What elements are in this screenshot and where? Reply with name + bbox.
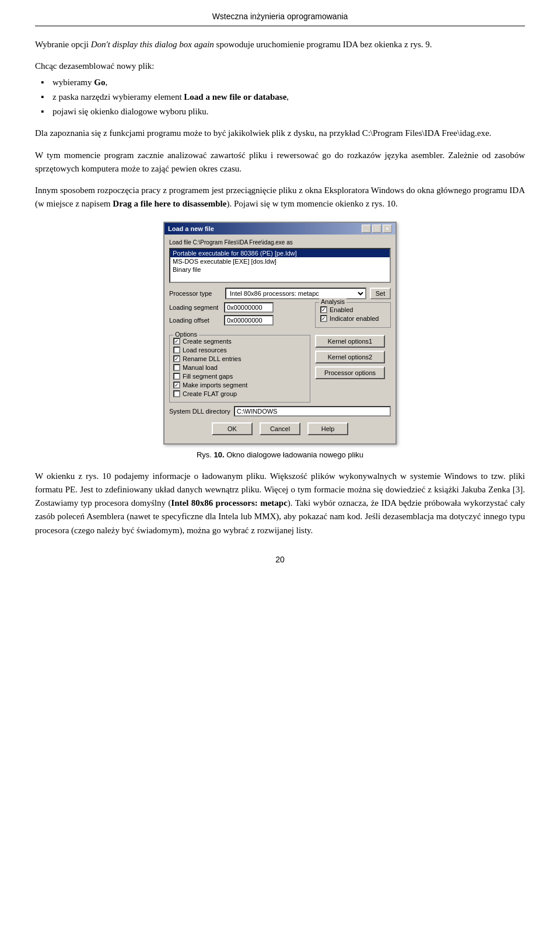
- file-type-list[interactable]: Portable executable for 80386 (PE) [pe.l…: [169, 248, 391, 283]
- paragraph-3: Dla zapoznania się z funkcjami programu …: [35, 127, 525, 140]
- analysis-enabled-label: Enabled: [330, 306, 353, 313]
- processor-type-dropdown[interactable]: Intel 80x86 processors: metapc: [225, 288, 366, 299]
- main-two-col: Loading segment Loading offset Analysis …: [169, 302, 391, 328]
- minimize-button[interactable]: _: [362, 225, 371, 233]
- paragraph-1: Wybranie opcji Don't display this dialog…: [35, 38, 525, 51]
- set-button[interactable]: Set: [370, 288, 391, 299]
- list-item: wybieramy Go,: [47, 76, 525, 89]
- processor-options-button[interactable]: Processor options: [315, 366, 385, 379]
- list-item: pojawi się okienko dialogowe wyboru plik…: [47, 105, 525, 118]
- figure-caption: Rys. 10. Okno dialogowe ładowania nowego…: [35, 450, 525, 459]
- paragraph-2-intro: Chcąc dezasemblować nowy plik:: [35, 60, 525, 73]
- dialog-box: Load a new file _ □ × Load file C:\Progr…: [163, 222, 397, 445]
- option-rename-dll: ✓ Rename DLL entries: [173, 355, 306, 362]
- file-type-item-0[interactable]: Portable executable for 80386 (PE) [pe.l…: [170, 249, 390, 257]
- file-type-item-1[interactable]: MS-DOS executable [EXE] [dos.ldw]: [170, 257, 390, 265]
- option-load-resources-checkbox[interactable]: [173, 347, 180, 354]
- loading-segment-row: Loading segment: [169, 302, 310, 313]
- option-create-segments-checkbox[interactable]: ✓: [173, 338, 180, 345]
- list-item: z paska narzędzi wybieramy element Load …: [47, 90, 525, 104]
- p3-text: Dla zapoznania się z funkcjami programu …: [35, 128, 491, 138]
- help-button[interactable]: Help: [307, 422, 348, 435]
- analysis-indicator-label: Indicator enabled: [330, 315, 379, 322]
- option-make-imports-checkbox[interactable]: ✓: [173, 382, 180, 389]
- dialog-container: Load a new file _ □ × Load file C:\Progr…: [35, 222, 525, 445]
- analysis-title: Analysis: [319, 298, 346, 305]
- close-button[interactable]: ×: [383, 225, 392, 233]
- option-create-flat-checkbox[interactable]: [173, 390, 180, 397]
- dll-label: System DLL directory: [169, 408, 230, 415]
- option-manual-load: Manual load: [173, 364, 306, 371]
- option-fill-segment-gaps-checkbox[interactable]: [173, 373, 180, 380]
- caption-rys: Rys.: [197, 450, 212, 459]
- caption-text: Okno dialogowe ładowania nowego pliku: [226, 450, 363, 459]
- option-make-imports: ✓ Make imports segment: [173, 382, 306, 389]
- p4-text: W tym momencie program zacznie analizowa…: [35, 151, 525, 173]
- dll-directory-row: System DLL directory: [169, 406, 391, 417]
- analysis-indicator-checkbox[interactable]: ✓: [320, 315, 327, 322]
- options-title: Options: [173, 331, 199, 338]
- analysis-group: Analysis ✓ Enabled ✓ Indicator enabled: [315, 302, 391, 328]
- title-buttons: _ □ ×: [362, 225, 392, 233]
- analysis-enabled-checkbox[interactable]: ✓: [320, 306, 327, 313]
- loading-offset-label: Loading offset: [169, 317, 220, 324]
- loading-segment-label: Loading segment: [169, 304, 220, 311]
- dialog-title: Load a new file: [168, 225, 214, 232]
- processor-type-label: Processor type: [169, 290, 222, 297]
- dll-input[interactable]: [234, 406, 391, 417]
- bullet-list: wybieramy Go, z paska narzędzi wybieramy…: [47, 76, 525, 119]
- ok-button[interactable]: OK: [212, 422, 253, 435]
- header-title: Wsteczna inżynieria oprogramowania: [212, 12, 348, 21]
- loading-offset-row: Loading offset: [169, 315, 310, 326]
- loading-offset-input[interactable]: [224, 315, 274, 326]
- right-buttons: Kernel options1 Kernel options2 Processo…: [315, 335, 391, 406]
- option-rename-dll-checkbox[interactable]: ✓: [173, 355, 180, 362]
- p1-italic: Don't display this dialog box again: [91, 40, 214, 49]
- dialog-content: Load file C:\Program Files\IDA Free\idag…: [164, 235, 396, 443]
- processor-type-row: Processor type Intel 80x86 processors: m…: [169, 288, 391, 299]
- maximize-button[interactable]: □: [372, 225, 382, 233]
- option-manual-load-checkbox[interactable]: [173, 364, 180, 371]
- loading-segment-input[interactable]: [224, 302, 274, 313]
- paragraph-5: Innym sposobem rozpoczęcia pracy z progr…: [35, 184, 525, 211]
- cancel-button[interactable]: Cancel: [260, 422, 300, 435]
- caption-number: 10.: [214, 450, 225, 459]
- p5-bold: Drag a file here to disassemble: [113, 199, 226, 208]
- page-number: 20: [35, 555, 525, 564]
- options-group: Options ✓ Create segments Load resources…: [169, 335, 310, 403]
- option-fill-segment-gaps: Fill segment gaps: [173, 373, 306, 380]
- p1-rest: spowoduje uruchomienie programu IDA bez …: [214, 40, 432, 49]
- dialog-action-buttons: OK Cancel Help: [169, 420, 391, 439]
- dialog-titlebar: Load a new file _ □ ×: [164, 223, 396, 235]
- paragraph-4: W tym momencie program zacznie analizowa…: [35, 149, 525, 176]
- analysis-enabled-row: ✓ Enabled: [320, 306, 386, 313]
- p1-text: Wybranie opcji: [35, 40, 91, 49]
- option-create-segments: ✓ Create segments: [173, 338, 306, 345]
- kernel-options2-button[interactable]: Kernel options2: [315, 351, 385, 363]
- p6-bold: Intel 80x86 processors: metapc: [171, 498, 288, 508]
- option-create-flat: Create FLAT group: [173, 390, 306, 397]
- analysis-indicator-row: ✓ Indicator enabled: [320, 315, 386, 322]
- left-column: Loading segment Loading offset: [169, 302, 310, 328]
- kernel-options1-button[interactable]: Kernel options1: [315, 335, 385, 348]
- page-header: Wsteczna inżynieria oprogramowania: [35, 12, 525, 26]
- options-and-buttons: Options ✓ Create segments Load resources…: [169, 330, 391, 406]
- p5-rest: ). Pojawi się w tym momencie okienko z r…: [226, 199, 397, 208]
- file-type-item-2[interactable]: Binary file: [170, 265, 390, 274]
- paragraph-6: W okienku z rys. 10 podajemy informacje …: [35, 470, 525, 537]
- file-path-label: Load file C:\Program Files\IDA Free\idag…: [169, 239, 391, 246]
- p2-intro: Chcąc dezasemblować nowy plik:: [35, 61, 155, 71]
- option-load-resources: Load resources: [173, 347, 306, 354]
